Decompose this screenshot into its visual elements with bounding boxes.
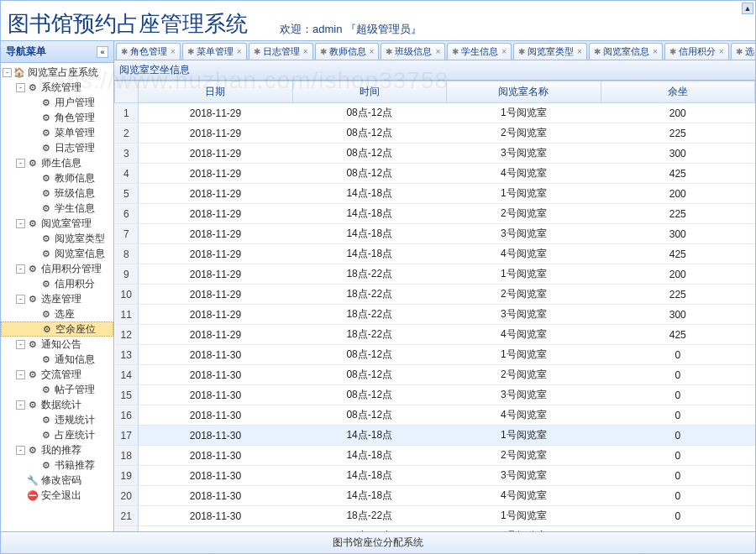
close-icon[interactable]: × (653, 47, 658, 56)
tab[interactable]: ✱阅览室类型× (513, 43, 587, 60)
tab[interactable]: ✱角色管理× (116, 43, 181, 60)
tree-toggle-icon (29, 280, 39, 289)
tree-node[interactable]: -🏠阅览室占座系统 (1, 65, 113, 80)
tree-node[interactable]: ⚙教师信息 (1, 170, 113, 186)
tree-node[interactable]: ⚙占座统计 (1, 427, 113, 442)
close-icon[interactable]: × (370, 47, 375, 56)
column-header[interactable]: 日期 (139, 81, 293, 103)
close-icon[interactable]: × (719, 47, 724, 56)
tree-toggle-icon[interactable]: - (16, 446, 25, 455)
tree-node[interactable]: ⚙书籍推荐 (1, 457, 113, 473)
header-scroll-up-icon[interactable]: ▲ (742, 3, 753, 14)
table-row[interactable]: 92018-11-2918点-22点1号阅览室200 (115, 264, 755, 285)
tree-toggle-icon[interactable]: - (16, 295, 25, 304)
tree-node[interactable]: -⚙通知公告 (1, 337, 113, 352)
tab[interactable]: ✱信用积分× (664, 43, 729, 60)
table-row[interactable]: 72018-11-2914点-18点3号阅览室300 (115, 224, 755, 244)
tab[interactable]: ✱学生信息× (447, 43, 512, 60)
table-row[interactable]: 212018-11-3018点-22点1号阅览室0 (115, 506, 755, 526)
tree-toggle-icon[interactable]: - (16, 340, 25, 349)
tree-node[interactable]: -⚙选座管理 (1, 291, 113, 306)
table-row[interactable]: 202018-11-3014点-18点4号阅览室0 (115, 486, 755, 506)
cell-date: 2018-11-29 (139, 123, 293, 144)
tree-toggle-icon (29, 310, 39, 319)
tree-node[interactable]: ⚙信用积分 (1, 276, 113, 291)
table-row[interactable]: 112018-11-2918点-22点3号阅览室300 (115, 305, 755, 325)
table-row[interactable]: 12018-11-2908点-12点1号阅览室200 (115, 103, 755, 123)
tree-toggle-icon[interactable]: - (16, 219, 25, 228)
tree-toggle-icon[interactable]: - (3, 68, 12, 77)
tree-node[interactable]: -⚙信用积分管理 (1, 261, 113, 276)
tree-node-icon: ⚙ (40, 142, 52, 154)
close-icon[interactable]: × (435, 47, 440, 56)
tree-node[interactable]: ⚙日志管理 (1, 140, 113, 155)
close-icon[interactable]: × (577, 47, 582, 56)
table-row[interactable]: 132018-11-3008点-12点1号阅览室0 (115, 345, 755, 365)
row-number: 7 (115, 224, 139, 244)
column-header[interactable]: 阅览室名称 (447, 81, 601, 103)
panel-title: 阅览室空坐信息 (114, 60, 755, 81)
tree-node[interactable]: ⚙违规统计 (1, 412, 113, 427)
table-row[interactable]: 182018-11-3014点-18点2号阅览室0 (115, 446, 755, 466)
tree-node[interactable]: -⚙交流管理 (1, 367, 113, 382)
tab[interactable]: ✱班级信息× (381, 43, 445, 60)
tree-node[interactable]: ⚙阅览室信息 (1, 246, 113, 261)
tree-node[interactable]: ⚙用户管理 (1, 95, 113, 110)
tree-node[interactable]: -⚙系统管理 (1, 80, 113, 95)
tree-node[interactable]: ⚙通知信息 (1, 352, 113, 367)
table-row[interactable]: 102018-11-2918点-22点2号阅览室225 (115, 285, 755, 305)
table-row[interactable]: 82018-11-2914点-18点4号阅览室425 (115, 244, 755, 264)
tree-node[interactable]: ⚙空余座位 (1, 321, 113, 337)
tree-toggle-icon[interactable]: - (16, 370, 25, 379)
cell-slot: 08点-12点 (292, 345, 447, 365)
tab[interactable]: ✱阅览室信息× (589, 43, 663, 60)
tab[interactable]: ✱选座× (731, 43, 755, 60)
tree-node[interactable]: ⚙阅览室类型 (1, 231, 113, 246)
table-row[interactable]: 42018-11-2908点-12点4号阅览室425 (115, 164, 755, 184)
tree-toggle-icon[interactable]: - (16, 83, 25, 92)
tree-node[interactable]: ⚙角色管理 (1, 110, 113, 125)
tree-toggle-icon[interactable]: - (16, 159, 25, 168)
table-row[interactable]: 32018-11-2908点-12点3号阅览室300 (115, 144, 755, 164)
table-row[interactable]: 122018-11-2918点-22点4号阅览室425 (115, 325, 755, 345)
table-row[interactable]: 52018-11-2914点-18点1号阅览室200 (115, 184, 755, 204)
close-icon[interactable]: × (237, 47, 242, 56)
tree-node[interactable]: ⛔安全退出 (1, 488, 113, 503)
tab[interactable]: ✱教师信息× (315, 43, 380, 60)
table-row[interactable]: 162018-11-3008点-12点4号阅览室0 (115, 405, 755, 426)
tree-toggle-icon (29, 98, 39, 107)
tree-toggle-icon[interactable]: - (16, 400, 25, 410)
tab-label: 角色管理 (130, 45, 167, 58)
tree-node-icon: ⚙ (40, 97, 52, 108)
row-number: 18 (115, 446, 139, 466)
tree-node[interactable]: -⚙数据统计 (1, 397, 113, 412)
table-row[interactable]: 62018-11-2914点-18点2号阅览室225 (115, 204, 755, 224)
tree-node[interactable]: -⚙师生信息 (1, 155, 113, 170)
column-header[interactable]: 时间 (292, 81, 447, 103)
table-row[interactable]: 142018-11-3008点-12点2号阅览室0 (115, 365, 755, 385)
tree-node[interactable]: -⚙阅览室管理 (1, 216, 113, 231)
nav-collapse-button[interactable]: « (97, 46, 108, 58)
cell-left: 0 (601, 486, 755, 506)
tree-toggle-icon[interactable]: - (16, 264, 25, 274)
tree-node[interactable]: ⚙帖子管理 (1, 382, 113, 397)
tree-node[interactable]: 🔧修改密码 (1, 473, 113, 488)
close-icon[interactable]: × (171, 47, 176, 56)
table-row[interactable]: 22018-11-2908点-12点2号阅览室225 (115, 123, 755, 144)
tree-node[interactable]: ⚙学生信息 (1, 201, 113, 216)
table-row[interactable]: 172018-11-3014点-18点1号阅览室0 (115, 426, 755, 446)
tree-node[interactable]: -⚙我的推荐 (1, 442, 113, 457)
tree-node[interactable]: ⚙菜单管理 (1, 125, 113, 140)
row-number: 10 (115, 285, 139, 305)
tab[interactable]: ✱日志管理× (249, 43, 313, 60)
close-icon[interactable]: × (303, 47, 308, 56)
tree-toggle-icon (29, 128, 39, 138)
table-row[interactable]: 152018-11-3008点-12点3号阅览室0 (115, 385, 755, 405)
table-row[interactable]: 192018-11-3014点-18点3号阅览室0 (115, 466, 755, 486)
tree-node[interactable]: ⚙选座 (1, 306, 113, 321)
tree-node[interactable]: ⚙班级信息 (1, 186, 113, 201)
column-header[interactable]: 余坐 (601, 81, 755, 103)
tree-node-icon: ⚙ (40, 172, 52, 184)
close-icon[interactable]: × (501, 47, 507, 56)
tab[interactable]: ✱菜单管理× (182, 43, 247, 60)
